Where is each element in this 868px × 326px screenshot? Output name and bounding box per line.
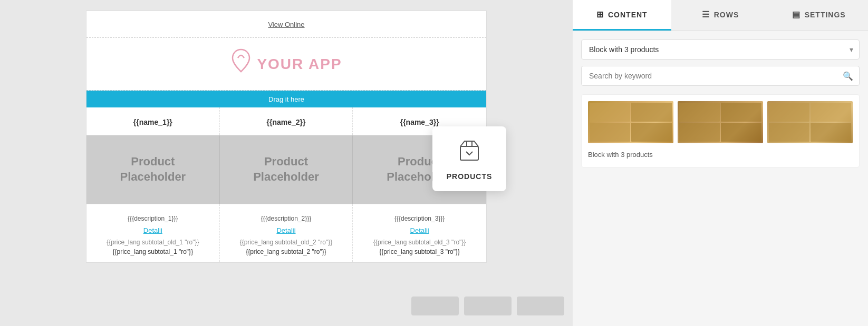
thumbnail-3[interactable] xyxy=(767,101,853,143)
product-price-new-2: {{price_lang subtotal_2 "ro"}} xyxy=(223,247,350,256)
thumbnail-2[interactable] xyxy=(678,101,763,143)
product-price-old-3: {{price_lang subtotal_old_3 "ro"}} xyxy=(355,236,484,247)
placeholder-buttons xyxy=(411,297,564,315)
panel-content: Block with 3 products ▾ 🔍 xyxy=(573,31,868,326)
product-name-1: {{name_1}} xyxy=(89,113,217,130)
product-details-col-1: {{{description_1}}} Detalii {{price_lang… xyxy=(86,204,220,262)
logo-icon xyxy=(230,48,252,80)
placeholder-btn-1 xyxy=(411,297,459,315)
search-icon[interactable]: 🔍 xyxy=(843,71,853,81)
placeholder-btn-2 xyxy=(464,297,512,315)
svg-rect-0 xyxy=(460,146,478,160)
product-placeholders-row: ProductPlaceholder ProductPlaceholder Pr… xyxy=(86,135,486,204)
panel-tabs: ⊞ CONTENT ☰ ROWS ▤ SETTINGS xyxy=(573,0,868,31)
placeholder-col-2: ProductPlaceholder xyxy=(220,135,353,204)
tab-settings-label: SETTINGS xyxy=(805,11,846,19)
thumbnail-label: Block with 3 products xyxy=(588,149,853,161)
tab-content-label: CONTENT xyxy=(608,11,648,19)
tab-settings[interactable]: ▤ SETTINGS xyxy=(769,0,868,31)
product-placeholder-1: ProductPlaceholder xyxy=(89,141,217,199)
search-input[interactable] xyxy=(581,66,860,86)
product-placeholder-2: ProductPlaceholder xyxy=(223,141,350,199)
template-thumbnail-area: Block with 3 products xyxy=(581,94,860,167)
email-container: View Online YOUR APP Drag it here {{name… xyxy=(86,11,487,263)
right-panel: ⊞ CONTENT ☰ ROWS ▤ SETTINGS Block with 3… xyxy=(573,0,868,326)
product-description-3: {{{description_3}}} xyxy=(355,210,484,224)
product-description-2: {{{description_2}}} xyxy=(223,210,350,224)
tab-rows[interactable]: ☰ ROWS xyxy=(671,0,770,31)
rows-tab-icon: ☰ xyxy=(702,9,710,19)
view-online-bar: View Online xyxy=(86,11,486,38)
product-description-1: {{{description_1}}} xyxy=(89,210,217,224)
settings-tab-icon: ▤ xyxy=(792,9,801,19)
product-details-col-2: {{{description_2}}} Detalii {{price_lang… xyxy=(220,204,353,262)
product-price-new-3: {{price_lang subtotal_3 "ro"}} xyxy=(355,247,484,256)
placeholder-col-1: ProductPlaceholder xyxy=(86,135,220,204)
drag-here-label: Drag it here xyxy=(261,93,312,105)
content-tab-icon: ⊞ xyxy=(596,9,604,19)
block-type-dropdown-wrapper: Block with 3 products ▾ xyxy=(581,39,860,60)
product-name-col-1: {{name_1}} xyxy=(86,107,220,135)
product-details-row: {{{description_1}}} Detalii {{price_lang… xyxy=(86,204,486,262)
product-name-2: {{name_2}} xyxy=(223,113,350,130)
tab-rows-label: ROWS xyxy=(714,11,739,19)
widget-label: PRODUCTS xyxy=(447,172,493,181)
thumbnail-strip xyxy=(588,101,853,143)
canvas-area: View Online YOUR APP Drag it here {{name… xyxy=(0,0,573,326)
product-link-2[interactable]: Detalii xyxy=(223,224,350,236)
product-price-old-1: {{price_lang subtotal_old_1 "ro"}} xyxy=(89,236,217,247)
placeholder-btn-3 xyxy=(517,297,564,315)
product-price-new-1: {{price_lang subtotal_1 "ro"}} xyxy=(89,247,217,256)
search-wrapper: 🔍 xyxy=(581,66,860,86)
drag-here-bar: Drag it here xyxy=(86,91,486,107)
thumbnail-1[interactable] xyxy=(588,101,673,143)
product-name-col-2: {{name_2}} xyxy=(220,107,353,135)
product-names-row: {{name_1}} {{name_2}} {{name_3}} xyxy=(86,107,486,135)
logo-text: YOUR APP xyxy=(257,56,342,73)
view-online-link[interactable]: View Online xyxy=(268,21,304,28)
products-icon xyxy=(456,137,483,168)
logo-area: YOUR APP xyxy=(86,38,486,91)
product-link-3[interactable]: Detalii xyxy=(355,224,484,236)
product-price-old-2: {{price_lang subtotal_old_2 "ro"}} xyxy=(223,236,350,247)
block-type-dropdown[interactable]: Block with 3 products xyxy=(581,39,860,60)
tab-content[interactable]: ⊞ CONTENT xyxy=(573,0,671,31)
product-link-1[interactable]: Detalii xyxy=(89,224,217,236)
product-widget[interactable]: PRODUCTS xyxy=(432,126,506,191)
product-details-col-3: {{{description_3}}} Detalii {{price_lang… xyxy=(353,204,486,262)
